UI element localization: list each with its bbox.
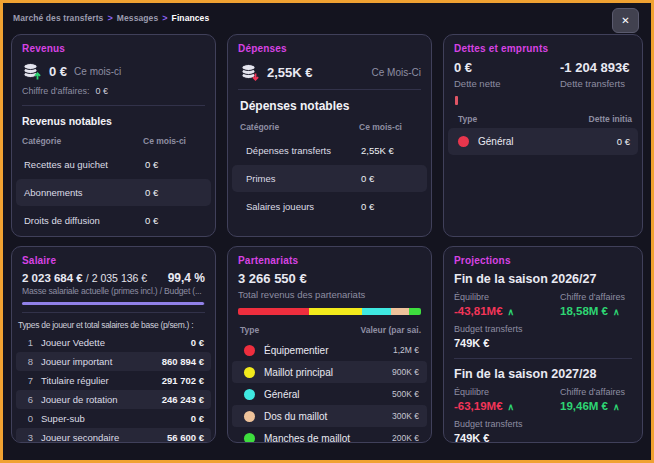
row-label: Recettes au guichet (24, 159, 145, 170)
finances-window: Marché des transferts > Messages > Finan… (0, 0, 654, 463)
row-value: 860 894 € (162, 356, 204, 367)
row-value: 300K € (392, 411, 419, 421)
projection-stats: Équilibre -43,81M€∧ Chiffre d'affaires 1… (444, 288, 642, 317)
row-count: 3 (23, 432, 33, 443)
debt-mini-bar (455, 96, 458, 105)
budget-cell: Budget transferts 749K € (444, 412, 642, 443)
divider (22, 105, 205, 106)
breadcrumb-finances: Finances (172, 13, 210, 23)
turnover-cell: Chiffre d'affaires 19,46M €∧ (560, 387, 632, 412)
transfer-debt-value: -1 204 893€ (560, 60, 632, 75)
row-label: Équipementier (264, 345, 328, 356)
panel-title: Revenus (12, 40, 215, 56)
balance-value: -43,81M€∧ (454, 305, 560, 317)
revenue-summary: 0 € Ce mois-ci (12, 56, 215, 85)
legend-dot (244, 411, 255, 422)
expenses-amount: 2,55K € (267, 65, 313, 80)
salary-progress-fill (22, 302, 204, 305)
row-value: 0 € (361, 173, 419, 184)
top-bar: Marché des transferts > Messages > Finan… (3, 3, 651, 33)
row-value: 0 € (145, 187, 203, 198)
revenue-period: Ce mois-ci (74, 66, 121, 77)
panel-partenariats: Partenariats 3 266 550 € Total revenus d… (227, 246, 432, 443)
trend-up-icon: ∧ (613, 307, 620, 317)
breadcrumb: Marché des transferts > Messages > Finan… (13, 13, 209, 23)
salary-budget: 2 035 136 € (92, 272, 147, 284)
chevron-right-icon: > (162, 13, 167, 23)
table-row: Dépenses transferts 2,55K € (232, 137, 427, 164)
legend-dot (458, 136, 469, 147)
expenses-summary: 2,55K € Ce Mois-Ci (228, 56, 431, 87)
table-row: Manches de maillot 200K € (232, 427, 427, 443)
column-category: Catégorie (240, 122, 359, 132)
table-row: Général 0 € (448, 128, 638, 155)
season-heading: Fin de la saison 2027/28 (444, 363, 642, 383)
turnover-value: 0 € (95, 86, 108, 96)
row-label: Joueur important (41, 356, 162, 367)
row-label: Salaires joueurs (246, 201, 361, 212)
table-row: 3 Joueur secondaire 56 600 € (16, 428, 211, 443)
row-count: 7 (23, 375, 33, 386)
column-category: Catégorie (22, 136, 143, 146)
net-debt-label: Dette nette (454, 78, 560, 89)
salary-slash: / (86, 272, 89, 284)
bar-segment (309, 308, 362, 315)
table-row: 0 Super-sub 0 € (16, 409, 211, 428)
column-month: Ce mois-ci (143, 136, 205, 146)
row-count: 1 (23, 337, 33, 348)
panel-dettes: Dettes et emprunts 0 € Dette nette -1 20… (443, 34, 643, 237)
row-value: 246 243 € (162, 394, 204, 405)
budget-label: Budget transferts (454, 419, 632, 429)
bar-segment (362, 308, 391, 315)
table-row: Recettes au guichet 0 € (16, 151, 211, 178)
section-title: Dépenses notables (228, 92, 431, 117)
legend-dot (244, 433, 255, 444)
divider (22, 312, 205, 313)
partnership-caption: Total revenus des partenariats (228, 286, 431, 300)
table-row: Primes 0 € (232, 165, 427, 192)
turnover-value: 18,58M €∧ (560, 305, 632, 317)
table-header: Type Valeur (par sai. (228, 315, 431, 339)
divider (454, 358, 632, 359)
net-debt-value: 0 € (454, 60, 560, 75)
panel-title: Partenariats (228, 252, 431, 268)
chevron-right-icon: > (107, 13, 112, 23)
panels-grid: Revenus 0 € Ce mois-ci Chiffre d'affaire… (3, 33, 651, 451)
panel-depenses: Dépenses 2,55K € Ce Mois-Ci Dépenses not… (227, 34, 432, 237)
bar-segment (391, 308, 409, 315)
row-label: Dépenses transferts (246, 145, 361, 156)
row-value: 0 € (191, 413, 204, 424)
row-label: Joueur de rotation (41, 394, 162, 405)
balance-label: Équilibre (454, 387, 560, 397)
legend-dot (244, 367, 255, 378)
table-row: Général 500K € (232, 383, 427, 405)
table-row: Équipementier 1,2M € (232, 339, 427, 361)
column-initial-debt: Dette initia (589, 114, 632, 124)
trend-up-icon: ∧ (613, 402, 620, 412)
close-button[interactable]: ✕ (612, 8, 639, 33)
table-row: Maillot principal 900K € (232, 361, 427, 383)
debt-stats: 0 € Dette nette -1 204 893€ Dette transf… (444, 56, 642, 89)
player-types-heading: Types de joueur et total salaires de bas… (12, 315, 215, 333)
breadcrumb-transfer-market[interactable]: Marché des transferts (13, 13, 103, 23)
panel-projections: Projections Fin de la saison 2026/27 Équ… (443, 246, 643, 443)
column-type: Type (458, 114, 477, 124)
balance-label: Équilibre (454, 292, 560, 302)
row-value: 0 € (145, 159, 203, 170)
row-label: Joueur Vedette (41, 337, 191, 348)
salary-progress-track (22, 302, 205, 305)
row-value: 1,2M € (393, 345, 419, 355)
breadcrumb-messages[interactable]: Messages (117, 13, 158, 23)
turnover-label: Chiffre d'affaires (560, 292, 632, 302)
row-label: Abonnements (24, 187, 145, 198)
balance-value: -63,19M€∧ (454, 400, 560, 412)
column-type: Type (240, 325, 259, 335)
turnover-label: Chiffre d'affaires (560, 387, 632, 397)
coins-up-icon (22, 61, 42, 81)
row-value: 200K € (392, 433, 419, 443)
table-row: Droits de diffusion 0 € (16, 207, 211, 234)
row-value: 0 € (145, 215, 203, 226)
salary-caption: Masse salariale actuelle (primes incl.) … (12, 286, 215, 296)
table-row: 7 Titulaire régulier 291 702 € (16, 371, 211, 390)
season-heading: Fin de la saison 2026/27 (444, 268, 642, 288)
